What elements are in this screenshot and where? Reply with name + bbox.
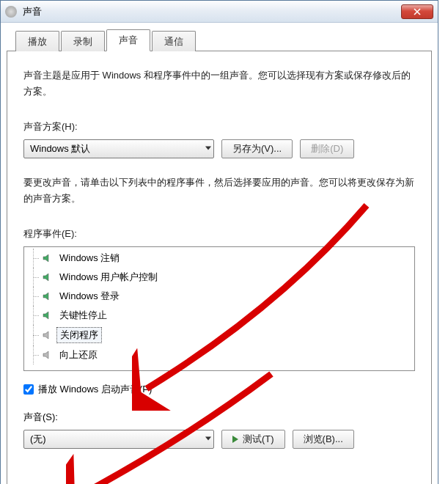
event-item-label: 向上还原: [56, 348, 100, 362]
window-title: 声音: [23, 5, 401, 18]
scheme-dropdown[interactable]: Windows 默认: [23, 139, 214, 158]
event-item[interactable]: Windows 登录: [24, 287, 414, 306]
save-as-button[interactable]: 另存为(V)...: [221, 139, 293, 158]
tab-sounds[interactable]: 声音: [106, 29, 150, 51]
speaker-icon: [42, 291, 52, 301]
event-item-label: Windows 用户帐户控制: [56, 270, 161, 285]
tab-playback[interactable]: 播放: [15, 31, 59, 51]
speaker-muted-icon: [42, 350, 52, 360]
scheme-label: 声音方案(H):: [23, 120, 415, 133]
speaker-icon: [42, 253, 52, 263]
sound-dropdown-value: (无): [30, 433, 46, 446]
delete-button: 删除(D): [300, 139, 354, 158]
close-button[interactable]: [401, 4, 433, 19]
scheme-description: 声音主题是应用于 Windows 和程序事件中的一组声音。您可以选择现有方案或保…: [23, 67, 415, 100]
events-help: 要更改声音，请单击以下列表中的程序事件，然后选择要应用的声音。您可以将更改保存为…: [23, 175, 415, 207]
play-startup-checkbox-row[interactable]: 播放 Windows 启动声音(P): [23, 383, 415, 396]
event-item-label: Windows 登录: [56, 289, 122, 304]
sound-label: 声音(S):: [23, 411, 415, 424]
event-item-label: 关键性停止: [56, 308, 110, 323]
play-startup-checkbox[interactable]: [23, 384, 34, 395]
scheme-row: Windows 默认 另存为(V)... 删除(D): [23, 139, 415, 158]
event-item[interactable]: 向上还原: [24, 345, 414, 364]
test-button[interactable]: 测试(T): [221, 430, 285, 449]
sound-row: (无) 测试(T) 浏览(B)...: [23, 430, 415, 449]
event-item-label: 关闭程序: [56, 327, 102, 343]
event-item[interactable]: Windows 用户帐户控制: [24, 268, 414, 287]
event-item[interactable]: Windows 注销: [24, 249, 414, 268]
tab-recording[interactable]: 录制: [61, 31, 105, 51]
tab-communications[interactable]: 通信: [152, 31, 196, 51]
sound-window-icon: [5, 6, 17, 18]
speaker-icon: [42, 310, 52, 320]
speaker-muted-icon: [42, 330, 52, 340]
event-item[interactable]: 关键性停止: [24, 306, 414, 325]
titlebar[interactable]: 声音: [1, 1, 438, 23]
chevron-down-icon: [205, 147, 210, 152]
sound-dropdown[interactable]: (无): [23, 430, 214, 449]
browse-button[interactable]: 浏览(B)...: [293, 430, 354, 449]
close-icon: [414, 8, 421, 15]
event-item-label: Windows 注销: [56, 251, 122, 265]
tab-panel-sounds: 声音主题是应用于 Windows 和程序事件中的一组声音。您可以选择现有方案或保…: [7, 51, 432, 484]
event-item[interactable]: 关闭程序: [24, 325, 414, 345]
tab-strip: 播放 录制 声音 通信: [7, 30, 432, 51]
play-startup-label: 播放 Windows 启动声音(P): [38, 383, 152, 396]
content: 播放 录制 声音 通信 声音主题是应用于 Windows 和程序事件中的一组声音…: [1, 23, 438, 484]
events-label: 程序事件(E):: [23, 227, 415, 241]
speaker-icon: [42, 272, 52, 282]
program-events-list[interactable]: Windows 注销Windows 用户帐户控制Windows 登录关键性停止关…: [23, 246, 415, 371]
sound-dialog: 声音 播放 录制 声音 通信 声音主题是应用于 Windows 和程序事件中的一…: [0, 0, 438, 484]
play-icon: [232, 436, 238, 443]
scheme-dropdown-value: Windows 默认: [30, 142, 90, 155]
chevron-down-icon: [205, 437, 210, 442]
